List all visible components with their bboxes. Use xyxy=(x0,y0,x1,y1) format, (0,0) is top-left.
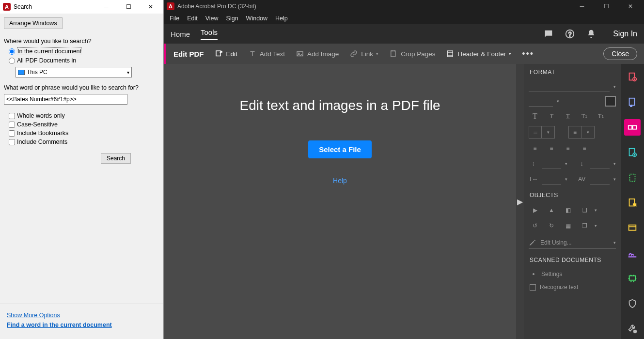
svg-text:?: ? xyxy=(568,31,572,38)
rail-more-tools[interactable] xyxy=(624,321,641,337)
svg-rect-13 xyxy=(628,125,632,129)
svg-rect-19 xyxy=(629,225,636,231)
text-color-picker[interactable] xyxy=(605,96,616,107)
menu-sign[interactable]: Sign xyxy=(226,15,238,22)
svg-rect-2 xyxy=(216,51,220,56)
scope-select[interactable]: This PC ▾ xyxy=(16,67,132,77)
chk-case[interactable]: Case-Sensitive xyxy=(9,121,159,128)
crop-button[interactable]: ◧ xyxy=(562,204,574,216)
objects-heading: OBJECTS xyxy=(524,187,621,202)
underline-button[interactable]: T xyxy=(562,110,574,122)
para-spacing-icon[interactable]: ↨ xyxy=(577,158,586,170)
align-center-button[interactable]: ≡ xyxy=(545,142,558,154)
align-left-button[interactable]: ≡ xyxy=(529,142,541,154)
minimize-button[interactable]: ─ xyxy=(96,0,116,14)
superscript-button[interactable]: T1 xyxy=(578,110,591,122)
tool-header-footer[interactable]: Header & Footer▾ xyxy=(446,49,511,58)
radio-all-pdfs-input[interactable] xyxy=(9,58,15,64)
rail-sticky[interactable] xyxy=(624,220,641,236)
tool-edit[interactable]: Edit xyxy=(215,49,237,58)
find-word-link[interactable]: Find a word in the current document xyxy=(7,322,157,328)
bullet-list-group[interactable]: ≣▾ xyxy=(529,126,555,139)
tool-add-text[interactable]: Add Text xyxy=(248,49,285,58)
tab-home[interactable]: Home xyxy=(171,30,190,38)
minimize-button[interactable]: ─ xyxy=(571,0,593,13)
radio-current-doc-input[interactable] xyxy=(9,48,15,55)
sign-in-button[interactable]: Sign In xyxy=(613,30,637,38)
search-body: Arrange Windows Where would you like to … xyxy=(0,14,163,304)
align-justify-button[interactable]: ≡ xyxy=(578,142,591,154)
rail-edit-pdf[interactable] xyxy=(624,119,641,136)
settings-link[interactable]: Settings xyxy=(524,267,621,281)
menu-help[interactable]: Help xyxy=(275,15,288,22)
search-input[interactable] xyxy=(4,94,127,105)
objects-row-2: ↺ ↻ ▦ ❐▾ xyxy=(524,218,621,233)
radio-all-pdfs[interactable]: All PDF Documents in xyxy=(9,57,159,64)
workspace: Edit text and images in a PDF file Selec… xyxy=(164,64,644,339)
kerning-icon[interactable]: AV xyxy=(578,173,586,185)
radio-current-doc[interactable]: In the current document xyxy=(9,47,159,55)
maximize-button[interactable]: ☐ xyxy=(119,0,138,14)
search-button[interactable]: Search xyxy=(101,153,131,164)
search-title: Search xyxy=(14,3,32,10)
canvas: Edit text and images in a PDF file Selec… xyxy=(164,64,516,339)
arrange-button[interactable]: ❏ xyxy=(578,204,591,216)
line-spacing-icon[interactable]: ↕ xyxy=(529,158,538,170)
font-size-select[interactable] xyxy=(529,96,553,107)
rail-export-pdf[interactable] xyxy=(624,94,641,110)
objects-row-1: ▶ ▲ ◧ ❏▾ xyxy=(524,202,621,218)
tool-crop[interactable]: Crop Pages xyxy=(389,49,435,58)
rail-organize[interactable] xyxy=(624,170,641,186)
panel-expand-handle[interactable]: ▶ xyxy=(516,64,524,339)
tab-tools[interactable]: Tools xyxy=(201,28,218,40)
flip-v-button[interactable]: ▲ xyxy=(545,204,558,216)
number-list-group[interactable]: ≡▾ xyxy=(568,126,595,139)
close-button[interactable]: ✕ xyxy=(620,0,641,13)
chevron-down-icon[interactable]: ▾ xyxy=(613,84,616,89)
select-file-button[interactable]: Select a File xyxy=(308,140,372,158)
help-icon[interactable]: ? xyxy=(565,29,575,39)
align-right-button[interactable]: ≡ xyxy=(562,142,574,154)
edit-using-select[interactable]: Edit Using... ▾ xyxy=(529,236,616,249)
show-more-options-link[interactable]: Show More Options xyxy=(7,312,157,319)
align-obj-button[interactable]: ❐ xyxy=(578,220,591,231)
menu-view[interactable]: View xyxy=(205,15,219,22)
canvas-help-link[interactable]: Help xyxy=(333,177,347,185)
scanned-heading: SCANNED DOCUMENTS xyxy=(524,252,621,267)
chat-icon[interactable] xyxy=(543,29,554,39)
arrange-windows-button[interactable]: Arrange Windows xyxy=(4,17,63,29)
rail-sign[interactable] xyxy=(624,245,641,262)
bold-button[interactable]: T xyxy=(529,110,541,122)
replace-button[interactable]: ▦ xyxy=(562,220,574,231)
hscale-icon[interactable]: T↔ xyxy=(529,173,538,185)
menu-window[interactable]: Window xyxy=(246,15,267,22)
font-family-select[interactable] xyxy=(529,81,610,92)
rotate-cw-button[interactable]: ↻ xyxy=(545,220,558,231)
menu-file[interactable]: File xyxy=(170,15,179,22)
italic-button[interactable]: T xyxy=(545,110,558,122)
subscript-button[interactable]: T1 xyxy=(595,110,607,122)
chk-whole-words[interactable]: Whole words only xyxy=(9,112,159,119)
maximize-button[interactable]: ☐ xyxy=(596,0,617,13)
chk-comments[interactable]: Include Comments xyxy=(9,139,159,145)
toolbar-close-button[interactable]: Close xyxy=(603,47,637,60)
rail-combine[interactable] xyxy=(624,144,641,161)
rail-comment[interactable] xyxy=(624,195,641,211)
search-window: A Search ─ ☐ ✕ Arrange Windows Where wou… xyxy=(0,0,164,339)
tool-more[interactable]: ••• xyxy=(522,49,534,59)
canvas-heading: Edit text and images in a PDF file xyxy=(240,98,440,113)
rail-protect[interactable] xyxy=(624,295,641,312)
chk-bookmarks[interactable]: Include Bookmarks xyxy=(9,130,159,137)
svg-rect-5 xyxy=(391,51,395,57)
flip-h-button[interactable]: ▶ xyxy=(529,204,541,216)
menu-edit[interactable]: Edit xyxy=(187,15,198,22)
format-panel: FORMAT ▾ ▾ T T T T1 T1 ≣▾ ≡▾ ≡ ≡ xyxy=(524,64,621,339)
rail-create-pdf[interactable] xyxy=(624,69,641,85)
rotate-ccw-button[interactable]: ↺ xyxy=(529,220,541,231)
tool-link[interactable]: Link▾ xyxy=(349,49,378,58)
close-button[interactable]: ✕ xyxy=(141,0,160,14)
rail-redact[interactable] xyxy=(624,270,641,287)
tool-add-image[interactable]: Add Image xyxy=(296,49,339,58)
recognize-text-checkbox[interactable]: Recognize text xyxy=(524,281,621,293)
bell-icon[interactable] xyxy=(586,29,597,39)
